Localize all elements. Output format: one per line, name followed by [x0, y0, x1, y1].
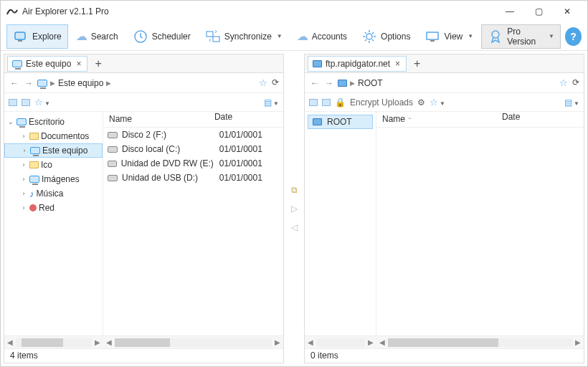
left-tab[interactable]: Este equipo × — [7, 56, 87, 72]
list-options-icon[interactable]: ▤▼ — [264, 97, 279, 108]
drive-icon — [108, 132, 118, 138]
favorite-button[interactable]: ☆ — [259, 77, 267, 88]
right-breadcrumb[interactable]: ▶ ROOT — [338, 78, 556, 88]
col-date[interactable]: Date — [214, 112, 283, 127]
close-tab-icon[interactable]: × — [394, 59, 402, 69]
accounts-label: Accounts — [312, 32, 347, 42]
col-name[interactable]: Name — [103, 112, 214, 127]
tree-node-red[interactable]: ›Red — [4, 201, 103, 215]
tree-node-root[interactable]: ⌄ Escritorio — [4, 115, 103, 129]
right-pane: ftp.rapidgator.net × + ← → ▶ ROOT ☆ ⟳ 🔒 … — [304, 54, 584, 363]
view-mode-icon[interactable] — [309, 99, 318, 106]
right-list: Name ⌃ Date — [376, 112, 584, 335]
expand-icon[interactable]: › — [20, 133, 27, 140]
search-button[interactable]: ☁ Search — [70, 24, 125, 49]
list-hscroll[interactable]: ◀▶ — [376, 335, 584, 348]
expand-icon[interactable]: › — [20, 161, 27, 168]
right-tab[interactable]: ftp.rapidgator.net × — [308, 56, 407, 72]
add-tab-button[interactable]: + — [414, 57, 420, 70]
right-tabs: ftp.rapidgator.net × + — [305, 54, 584, 73]
svg-line-11 — [372, 39, 374, 41]
left-content: ⌄ Escritorio ›Documentos ›Este equipo ›I… — [4, 112, 283, 335]
list-row[interactable]: Disco local (C:)01/01/0001 — [103, 142, 283, 156]
tree-label: Documentos — [41, 131, 89, 141]
left-tab-label: Este equipo — [26, 59, 71, 69]
list-row[interactable]: Unidad de DVD RW (E:)01/01/0001 — [103, 156, 283, 171]
list-hscroll[interactable]: ◀▶ — [103, 335, 283, 348]
tree-node-este-equipo[interactable]: ›Este equipo — [4, 143, 103, 158]
minimize-button[interactable]: ― — [495, 1, 524, 22]
link-icon[interactable]: ⧉ — [291, 185, 298, 195]
nav-forward-button[interactable]: → — [323, 78, 335, 88]
refresh-button[interactable]: ⟳ — [272, 77, 279, 88]
chevron-right-icon: ▶ — [350, 80, 355, 87]
view-mode-icon[interactable] — [322, 99, 331, 106]
folder-icon — [29, 133, 39, 140]
nav-forward-button[interactable]: → — [23, 78, 34, 88]
view-mode-icon[interactable] — [9, 99, 17, 106]
view-button[interactable]: View ▼ — [418, 24, 480, 49]
splitter[interactable]: ⧉ ▷ ◁ — [287, 51, 301, 366]
expand-icon[interactable]: › — [20, 190, 27, 197]
svg-rect-14 — [427, 32, 438, 39]
maximize-button[interactable]: ▢ — [524, 1, 553, 22]
favorite-dropdown[interactable]: ☆▼ — [34, 97, 50, 108]
pro-version-button[interactable]: Pro Version ▼ — [481, 24, 561, 49]
svg-rect-1 — [18, 40, 22, 42]
tree-hscroll[interactable]: ◀▶ — [4, 335, 103, 348]
expand-icon[interactable]: › — [20, 176, 27, 183]
accounts-button[interactable]: ☁ Accounts — [290, 24, 354, 49]
explore-button[interactable]: Explore — [6, 24, 68, 49]
synchronize-label: Synchronize — [224, 32, 272, 42]
pc-icon — [30, 147, 40, 154]
expand-icon[interactable]: › — [20, 204, 27, 211]
breadcrumb-item: Este equipo — [58, 78, 103, 88]
svg-line-13 — [365, 39, 366, 41]
transfer-left-icon[interactable]: ◁ — [291, 222, 298, 232]
tree-label: Ico — [41, 160, 52, 170]
svg-rect-3 — [207, 32, 213, 37]
refresh-button[interactable]: ⟳ — [572, 77, 579, 88]
tree-node-root[interactable]: ROOT — [308, 115, 373, 129]
left-breadcrumb[interactable]: ▶ Este equipo ▶ — [37, 78, 256, 88]
help-button[interactable]: ? — [565, 27, 582, 46]
expand-icon[interactable]: › — [21, 147, 28, 154]
ftp-icon — [313, 60, 322, 67]
svg-point-5 — [366, 34, 372, 39]
add-tab-button[interactable]: + — [95, 57, 101, 70]
tree-node-documentos[interactable]: ›Documentos — [4, 129, 103, 143]
view-mode-icon[interactable] — [22, 99, 30, 106]
collapse-icon[interactable]: ⌄ — [7, 118, 14, 125]
close-tab-icon[interactable]: × — [75, 59, 82, 69]
cell-date: 01/01/0001 — [214, 173, 283, 183]
search-label: Search — [91, 32, 118, 42]
encrypt-settings-icon[interactable]: ⚙ — [417, 97, 425, 108]
close-button[interactable]: ✕ — [553, 1, 582, 22]
pc-icon — [37, 80, 47, 87]
tree-node-musica[interactable]: ›♪Música — [4, 186, 103, 201]
usb-icon — [108, 175, 118, 181]
transfer-right-icon[interactable]: ▷ — [291, 204, 298, 214]
favorite-button[interactable]: ☆ — [559, 77, 568, 88]
encrypt-label[interactable]: Encrypt Uploads — [350, 97, 413, 108]
left-status: 4 items — [4, 348, 283, 363]
list-header: Name Date — [103, 112, 283, 128]
list-options-icon[interactable]: ▤▼ — [564, 97, 579, 108]
options-button[interactable]: Options — [355, 24, 417, 49]
list-row[interactable]: Unidad de USB (D:)01/01/0001 — [103, 171, 283, 185]
synchronize-button[interactable]: Synchronize ▼ — [199, 24, 289, 49]
list-row[interactable]: Disco 2 (F:)01/01/0001 — [103, 128, 283, 142]
scheduler-button[interactable]: Scheduler — [126, 24, 197, 49]
nav-back-button[interactable]: ← — [309, 78, 321, 88]
col-name[interactable]: Name ⌃ — [376, 112, 502, 127]
tree-node-imagenes[interactable]: ›Imágenes — [4, 172, 103, 186]
chevron-right-icon: ▶ — [106, 80, 111, 87]
nav-back-button[interactable]: ← — [9, 78, 20, 88]
tree-hscroll[interactable]: ◀▶ — [305, 335, 376, 348]
col-date[interactable]: Date — [502, 112, 581, 127]
favorite-dropdown[interactable]: ☆▼ — [430, 97, 445, 108]
pc-icon — [29, 176, 39, 183]
monitor-icon — [425, 29, 440, 44]
tree-node-ico[interactable]: ›Ico — [4, 158, 103, 172]
scheduler-icon — [133, 29, 148, 44]
